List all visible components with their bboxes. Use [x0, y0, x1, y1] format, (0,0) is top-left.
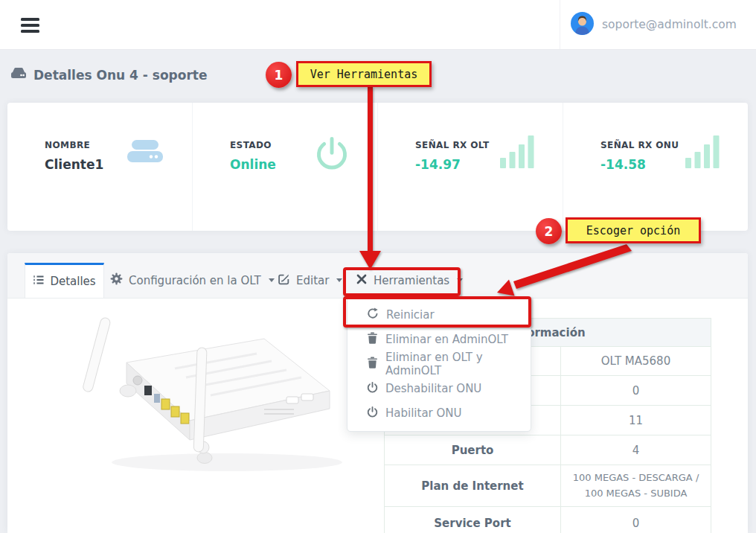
gear-icon — [110, 272, 123, 288]
power-icon — [367, 406, 378, 421]
signal-bars-icon — [685, 135, 720, 171]
page-title: Detalles Onu 4 - soporte — [10, 67, 207, 83]
trash-icon — [367, 332, 378, 347]
tab-editar[interactable]: Editar — [278, 263, 342, 298]
top-navbar: soporte@adminolt.com — [0, 0, 756, 50]
stat-nombre: NOMBRE Cliente1 — [7, 103, 193, 231]
row-value: 11 — [561, 406, 711, 435]
stat-senal-rx-olt: SEÑAL RX OLT -14.97 — [378, 103, 563, 231]
signal-bars-icon — [500, 135, 534, 171]
stat-senal-rx-onu: SEÑAL RX ONU -14.58 — [563, 103, 748, 231]
server-icon — [10, 67, 27, 83]
power-icon — [367, 381, 378, 396]
row-value: 100 MEGAS - DESCARGA / 100 MEGAS - SUBID… — [561, 465, 711, 507]
row-value: 0 — [561, 376, 711, 406]
annotation-step-1-badge: 1 — [266, 62, 292, 88]
menu-item-label: Habilitar ONU — [385, 406, 462, 420]
row-value: 0 — [561, 507, 711, 533]
list-icon — [33, 274, 45, 289]
stat-estado: ESTADO Online — [193, 103, 378, 231]
table-row: Plan de Internet 100 MEGAS - DESCARGA / … — [385, 465, 711, 507]
annotation-step-2-badge: 2 — [536, 218, 562, 244]
edit-icon — [278, 272, 290, 288]
row-label: Plan de Internet — [385, 465, 561, 507]
tab-label: Detalles — [50, 275, 95, 288]
menu-item-habilitar-onu[interactable]: Habilitar ONU — [347, 400, 531, 425]
table-row: Puerto 4 — [385, 435, 711, 465]
power-icon — [315, 135, 349, 174]
row-label: Service Port — [385, 507, 561, 533]
menu-item-eliminar-adminolt[interactable]: Eliminar en AdminOLT — [347, 327, 531, 351]
row-value: 4 — [561, 435, 711, 465]
row-label: Puerto — [385, 435, 561, 465]
row-value: OLT MA5680 — [561, 347, 711, 376]
user-menu[interactable]: soporte@adminolt.com — [560, 0, 748, 49]
page-title-text: Detalles Onu 4 - soporte — [33, 68, 207, 83]
annotation-frame-herramientas — [343, 267, 461, 296]
tab-detalles[interactable]: Detalles — [25, 263, 104, 298]
menu-item-label: Eliminar en OLT y AdminOLT — [385, 351, 531, 377]
menu-item-label: Eliminar en AdminOLT — [385, 333, 508, 346]
router-icon — [126, 135, 164, 168]
tab-label: Configuración en la OLT — [129, 274, 261, 287]
menu-item-label: Deshabilitar ONU — [385, 382, 481, 395]
annotation-callout-ver-herramientas: Ver Herramientas — [296, 61, 432, 87]
menu-item-deshabilitar-onu[interactable]: Deshabilitar ONU — [347, 376, 531, 400]
menu-item-eliminar-olt-adminolt[interactable]: Eliminar en OLT y AdminOLT — [347, 351, 531, 376]
caret-down-icon — [269, 278, 275, 282]
onu-product-image — [41, 316, 346, 487]
caret-down-icon — [336, 278, 342, 282]
annotation-frame-reiniciar — [343, 296, 531, 328]
avatar — [571, 12, 594, 38]
annotation-callout-escoger-opcion: Escoger opción — [566, 217, 701, 243]
user-email: soporte@adminolt.com — [602, 18, 737, 31]
tab-label: Editar — [296, 274, 329, 287]
tab-configuracion-olt[interactable]: Configuración en la OLT — [110, 263, 275, 298]
trash-icon — [367, 357, 378, 371]
table-row: Service Port 0 — [385, 507, 711, 533]
menu-toggle-icon[interactable] — [21, 18, 39, 33]
onu-status-card: NOMBRE Cliente1 ESTADO Online SEÑAL RX O… — [7, 103, 748, 231]
